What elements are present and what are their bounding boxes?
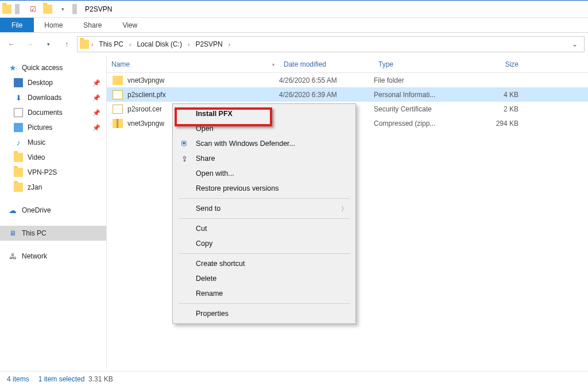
ribbon: File Home Share View bbox=[0, 18, 588, 33]
file-row[interactable]: vnet3vpngw 4/26/2020 6:55 AM File folder bbox=[107, 73, 588, 87]
ribbon-tab-view[interactable]: View bbox=[112, 18, 148, 32]
sidebar-item-vpnp2s[interactable]: VPN-P2S bbox=[0, 165, 106, 180]
defender-shield-icon: ⛨ bbox=[179, 140, 190, 148]
sidebar-item-music[interactable]: ♪ Music bbox=[0, 135, 106, 150]
ribbon-tab-home[interactable]: Home bbox=[34, 18, 73, 32]
sidebar-item-zjan[interactable]: zJan bbox=[0, 180, 106, 195]
ctx-create-shortcut[interactable]: Create shortcut bbox=[173, 256, 355, 271]
ribbon-file-tab[interactable]: File bbox=[0, 18, 34, 32]
address-bar[interactable]: › This PC › Local Disk (C:) › P2SVPN › ⌄ bbox=[77, 36, 585, 52]
quick-access-toolbar: ☑ ▾ bbox=[26, 3, 69, 16]
ctx-cut[interactable]: Cut bbox=[173, 221, 355, 236]
file-name: p2sclient.pfx bbox=[127, 91, 166, 99]
titlebar-sep2 bbox=[72, 4, 77, 14]
status-item-count: 4 items bbox=[7, 375, 29, 383]
music-icon: ♪ bbox=[14, 138, 23, 147]
file-date: 4/26/2020 6:55 AM bbox=[279, 76, 374, 84]
folder-icon bbox=[14, 153, 23, 162]
file-size: 2 KB bbox=[466, 105, 519, 113]
sidebar-item-pictures[interactable]: Pictures 📌 bbox=[0, 120, 106, 135]
ctx-send-to[interactable]: Send to 〉 bbox=[173, 201, 355, 216]
sidebar-item-label: Pictures bbox=[28, 123, 52, 132]
sidebar-item-documents[interactable]: Documents 📌 bbox=[0, 105, 106, 120]
sidebar-quick-access[interactable]: ★ Quick access bbox=[0, 60, 106, 75]
column-headers: Name ▴ Date modified Type Size bbox=[107, 56, 588, 73]
status-selection: 1 item selected bbox=[38, 375, 85, 383]
col-name[interactable]: Name ▴ bbox=[107, 56, 279, 72]
nav-up-button[interactable]: ↑ bbox=[59, 36, 75, 52]
ctx-separator bbox=[179, 218, 350, 219]
sidebar-item-desktop[interactable]: Desktop 📌 bbox=[0, 75, 106, 90]
sidebar-item-label: Quick access bbox=[22, 64, 63, 72]
nav-back-button[interactable]: ← bbox=[3, 36, 20, 52]
titlebar-sep bbox=[15, 4, 20, 14]
sidebar-item-label: OneDrive bbox=[22, 206, 51, 214]
file-date: 4/26/2020 6:39 AM bbox=[279, 91, 374, 99]
col-name-label: Name bbox=[111, 60, 130, 68]
sidebar-item-downloads[interactable]: ⬇ Downloads 📌 bbox=[0, 90, 106, 105]
ctx-label: Copy bbox=[196, 240, 347, 248]
file-name: p2sroot.cer bbox=[127, 105, 162, 113]
file-size: 4 KB bbox=[466, 91, 519, 99]
nav-pane: ★ Quick access Desktop 📌 ⬇ Downloads 📌 D… bbox=[0, 56, 107, 369]
ribbon-tab-share[interactable]: Share bbox=[73, 18, 112, 32]
file-name: vnet3vpngw bbox=[127, 119, 164, 128]
folder-icon bbox=[113, 76, 123, 85]
col-date[interactable]: Date modified bbox=[279, 56, 374, 72]
col-type[interactable]: Type bbox=[374, 56, 466, 72]
ctx-scan-defender[interactable]: ⛨ Scan with Windows Defender... bbox=[173, 136, 355, 151]
chevron-right-icon[interactable]: › bbox=[91, 41, 93, 48]
nav-forward-button[interactable]: → bbox=[22, 36, 38, 52]
file-type: Security Certificate bbox=[374, 105, 466, 113]
file-type: Personal Informati... bbox=[374, 91, 466, 99]
computer-icon: 🖥 bbox=[8, 229, 17, 238]
zip-icon bbox=[113, 119, 123, 128]
qat-newfolder-icon[interactable] bbox=[41, 3, 54, 16]
chevron-right-icon[interactable]: › bbox=[129, 41, 131, 48]
file-row-selected[interactable]: p2sclient.pfx 4/26/2020 6:39 AM Personal… bbox=[107, 87, 588, 102]
file-type: Compressed (zipp... bbox=[374, 119, 466, 128]
certificate-icon bbox=[113, 90, 123, 99]
ctx-install-pfx[interactable]: Install PFX bbox=[173, 106, 355, 121]
ctx-delete[interactable]: Delete bbox=[173, 271, 355, 286]
file-size: 294 KB bbox=[466, 119, 519, 128]
nav-recent-dropdown[interactable]: ▾ bbox=[40, 36, 56, 52]
ctx-label: Rename bbox=[196, 290, 347, 298]
col-size[interactable]: Size bbox=[466, 56, 523, 72]
ctx-share[interactable]: ⇪ Share bbox=[173, 151, 355, 166]
pin-icon: 📌 bbox=[92, 109, 100, 117]
qat-dropdown-icon[interactable]: ▾ bbox=[56, 3, 69, 16]
sidebar-network[interactable]: 🖧 Network bbox=[0, 249, 106, 264]
ctx-open-with[interactable]: Open with... bbox=[173, 166, 355, 181]
ctx-restore-versions[interactable]: Restore previous versions bbox=[173, 181, 355, 196]
ctx-label: Scan with Windows Defender... bbox=[196, 140, 347, 148]
breadcrumb-seg-2[interactable]: P2SVPN bbox=[192, 40, 226, 48]
chevron-right-icon[interactable]: › bbox=[188, 41, 189, 48]
ctx-separator bbox=[179, 198, 350, 199]
sidebar-onedrive[interactable]: ☁ OneDrive bbox=[0, 203, 106, 218]
ctx-label: Share bbox=[196, 155, 347, 163]
breadcrumb-seg-1[interactable]: Local Disk (C:) bbox=[133, 40, 185, 48]
breadcrumb-seg-0[interactable]: This PC bbox=[95, 40, 127, 48]
context-menu: Install PFX Open ⛨ Scan with Windows Def… bbox=[172, 103, 356, 324]
pin-icon: 📌 bbox=[92, 79, 100, 87]
sidebar-item-label: VPN-P2S bbox=[28, 168, 57, 176]
ctx-properties[interactable]: Properties bbox=[173, 306, 355, 321]
address-history-dropdown[interactable]: ⌄ bbox=[568, 37, 582, 52]
app-folder-icon bbox=[2, 5, 11, 14]
folder-icon bbox=[14, 168, 23, 177]
sidebar-item-video[interactable]: Video bbox=[0, 150, 106, 165]
chevron-right-icon[interactable]: › bbox=[229, 41, 230, 48]
sidebar-thispc[interactable]: 🖥 This PC bbox=[0, 226, 106, 241]
ctx-copy[interactable]: Copy bbox=[173, 236, 355, 251]
pin-icon: 📌 bbox=[92, 94, 100, 102]
ctx-rename[interactable]: Rename bbox=[173, 286, 355, 301]
sidebar-item-label: Downloads bbox=[28, 94, 61, 102]
ctx-label: Create shortcut bbox=[196, 260, 347, 268]
qat-properties-icon[interactable]: ☑ bbox=[26, 3, 39, 16]
sidebar-item-label: This PC bbox=[22, 229, 47, 237]
sidebar-item-label: Documents bbox=[28, 109, 63, 117]
ctx-open[interactable]: Open bbox=[173, 121, 355, 136]
ctx-separator bbox=[179, 303, 350, 304]
sidebar-item-label: Desktop bbox=[28, 79, 53, 87]
